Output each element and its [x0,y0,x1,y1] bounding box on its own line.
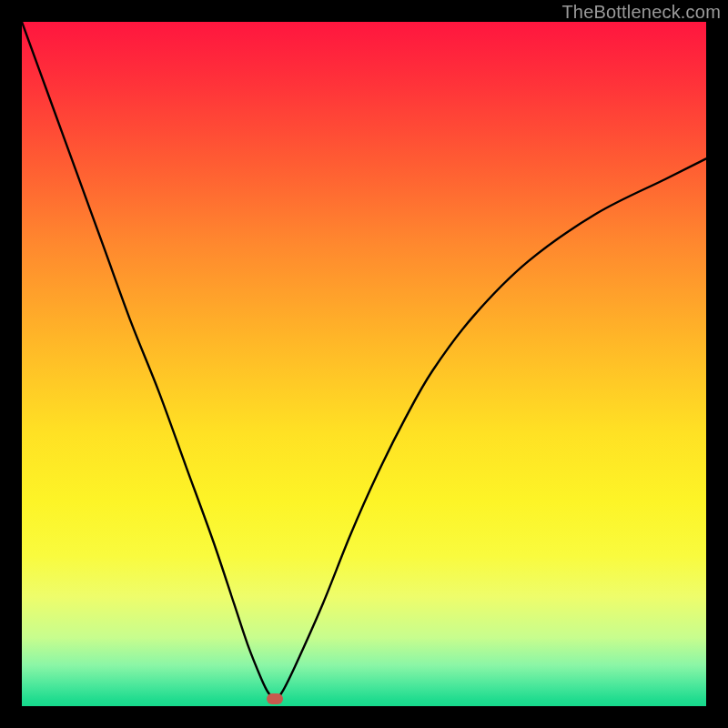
chart-plot-area [22,22,706,706]
bottleneck-curve [22,22,706,706]
optimal-point-marker [267,693,283,704]
attribution-text: TheBottleneck.com [561,2,721,23]
